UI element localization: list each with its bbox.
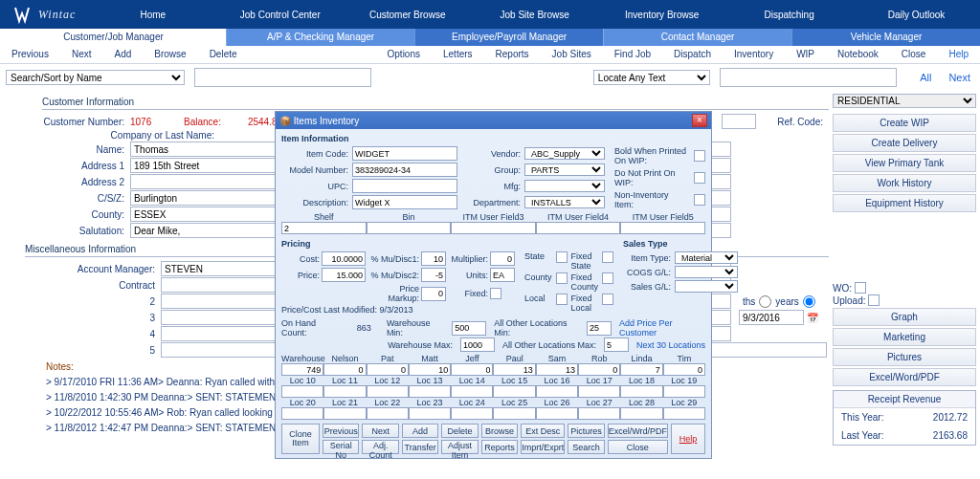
loc-input[interactable] [663, 385, 705, 398]
menu-job-site-browse[interactable]: Job Site Browse [471, 2, 598, 28]
vendor-select[interactable]: ABC_Supply [524, 147, 605, 160]
mult-input[interactable] [490, 251, 515, 266]
menu-inventory-browse[interactable]: Inventory Browse [598, 2, 725, 28]
model-input[interactable] [352, 163, 457, 177]
btn-pictures[interactable]: Pictures [833, 348, 976, 366]
loc-input[interactable] [451, 407, 493, 420]
loc-input[interactable] [451, 363, 493, 376]
wo-checkbox[interactable] [855, 282, 866, 294]
mfg-select[interactable] [524, 180, 605, 192]
btn-dclose[interactable]: Close [608, 440, 668, 446]
uf4-input[interactable] [536, 222, 621, 234]
sort-by-input[interactable] [194, 68, 371, 87]
btn-transfer[interactable]: Transfer [402, 440, 438, 446]
loc-input[interactable] [367, 385, 409, 398]
dialog-titlebar[interactable]: 📦 Items Inventory × [276, 112, 711, 129]
btn-marketing[interactable]: Marketing [833, 328, 976, 346]
tb-letters[interactable]: Letters [432, 46, 484, 63]
shelf-input[interactable] [281, 222, 367, 234]
loc-input[interactable] [409, 407, 451, 420]
itemtype-select[interactable]: Material [675, 251, 738, 264]
tab-employee[interactable]: Employee/Payroll Manager [414, 29, 603, 46]
state-checkbox[interactable] [556, 251, 568, 263]
btn-extdesc[interactable]: Ext Desc [521, 424, 565, 438]
btn-dbrowse[interactable]: Browse [481, 424, 518, 438]
bold-checkbox[interactable] [694, 150, 705, 162]
add-price-link[interactable]: Add Price Per Customer [619, 318, 705, 337]
tb-previous[interactable]: Previous [0, 46, 60, 63]
tb-jobsites[interactable]: Job Sites [541, 46, 603, 63]
btn-previous[interactable]: Previous [323, 424, 359, 438]
btn-search[interactable]: Search [568, 440, 604, 446]
locate-input[interactable] [720, 68, 897, 87]
menu-daily-outlook[interactable]: Daily Outlook [853, 2, 980, 28]
calendar-icon[interactable]: 📅 [807, 313, 818, 323]
refcode-select[interactable]: RESIDENTIAL [833, 94, 976, 108]
filter-all[interactable]: All [916, 72, 935, 83]
btn-view-primary-tank[interactable]: View Primary Tank [833, 154, 976, 172]
loc-input[interactable] [367, 363, 409, 376]
group-select[interactable]: PARTS [524, 163, 605, 176]
tab-ap-checking[interactable]: A/P & Checking Manager [226, 29, 414, 46]
cost-input[interactable] [322, 251, 366, 266]
menu-home[interactable]: Home [89, 2, 216, 28]
btn-adjcount[interactable]: Adj. Count [362, 440, 398, 446]
county-checkbox[interactable] [556, 272, 568, 284]
btn-dhelp[interactable]: Help [671, 424, 705, 446]
noprint-checkbox[interactable] [694, 172, 705, 184]
btn-create-delivery[interactable]: Create Delivery [833, 134, 976, 152]
sort-by-select[interactable]: Search/Sort by Name [6, 70, 185, 85]
tab-contact[interactable]: Contact Manager [603, 29, 791, 46]
salesgl-select[interactable] [675, 280, 738, 293]
tb-inventory[interactable]: Inventory [723, 46, 785, 63]
loc-input[interactable] [281, 385, 323, 398]
loc-input[interactable] [367, 407, 409, 420]
btn-ddelete[interactable]: Delete [441, 424, 478, 438]
dept-select[interactable]: INSTALLS [524, 196, 605, 208]
loc-input[interactable] [578, 407, 620, 420]
period-date[interactable] [739, 310, 804, 325]
loc-input[interactable] [493, 385, 535, 398]
btn-import-export[interactable]: Imprt/Exprt [521, 440, 565, 446]
tb-delete[interactable]: Delete [198, 46, 249, 63]
cogs-select[interactable] [675, 266, 738, 278]
bin-input[interactable] [367, 222, 452, 234]
loc-input[interactable] [323, 385, 366, 398]
fcounty-checkbox[interactable] [602, 272, 613, 284]
tb-reports[interactable]: Reports [484, 46, 541, 63]
next30-link[interactable]: Next 30 Locations [636, 340, 705, 350]
menu-customer-browse[interactable]: Customer Browse [344, 2, 471, 28]
loc-input[interactable] [536, 385, 578, 398]
tb-close[interactable]: Close [890, 46, 938, 63]
local-checkbox[interactable] [556, 294, 568, 305]
aomax-input[interactable] [604, 337, 629, 352]
btn-dreports[interactable]: Reports [481, 440, 518, 446]
fstate-checkbox[interactable] [602, 251, 613, 263]
stream-input[interactable] [722, 114, 756, 129]
loc-input[interactable] [620, 385, 662, 398]
loc-input[interactable] [620, 363, 662, 376]
tb-browse[interactable]: Browse [143, 46, 197, 63]
btn-excel-word-pdf[interactable]: Excel/Word/PDF [833, 368, 976, 386]
period-years-radio[interactable] [803, 295, 815, 308]
mu2-input[interactable] [421, 268, 446, 282]
tb-next[interactable]: Next [60, 46, 103, 63]
btn-equipment-history[interactable]: Equipment History [833, 194, 976, 212]
desc-input[interactable] [352, 195, 457, 209]
uf3-input[interactable] [451, 222, 536, 234]
btn-create-wip[interactable]: Create WIP [833, 114, 976, 132]
tb-dispatch[interactable]: Dispatch [662, 46, 723, 63]
btn-dnext[interactable]: Next [362, 424, 398, 438]
noninv-checkbox[interactable] [694, 194, 705, 206]
btn-clone-item[interactable]: Clone Item [281, 424, 320, 446]
loc-input[interactable] [536, 407, 578, 420]
upload-checkbox[interactable] [868, 294, 880, 306]
btn-dpictures[interactable]: Pictures [568, 424, 604, 438]
locate-select[interactable]: Locate Any Text [593, 70, 710, 85]
tb-findjob[interactable]: Find Job [603, 46, 662, 63]
loc-input[interactable] [451, 385, 493, 398]
wmax-input[interactable] [460, 337, 495, 352]
loc-input[interactable] [409, 385, 451, 398]
loc-input[interactable] [493, 407, 535, 420]
tb-wip[interactable]: WIP [785, 46, 826, 63]
